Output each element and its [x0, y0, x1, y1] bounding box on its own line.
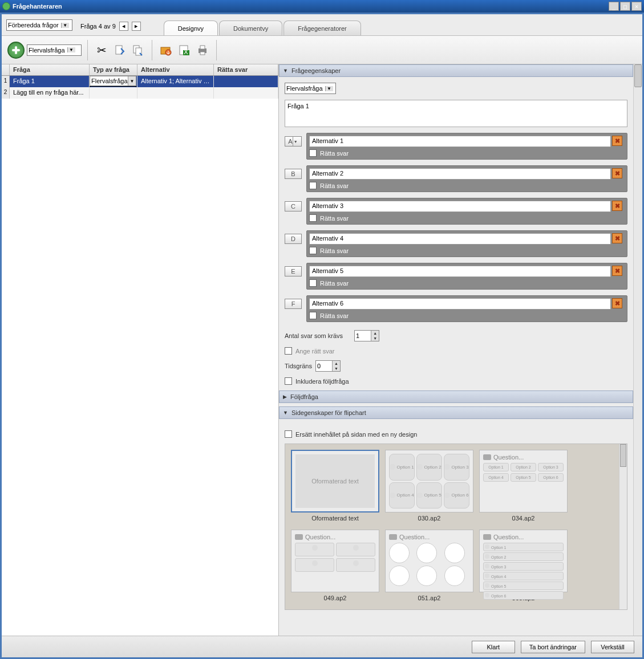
template-scrollbar[interactable]: [619, 444, 627, 609]
correct-answer-label: Rätta svar: [320, 150, 349, 157]
template-item[interactable]: Question...049.ap2: [291, 530, 379, 604]
paste-icon[interactable]: [112, 42, 128, 58]
delete-alt-icon[interactable]: ✖: [612, 233, 622, 243]
template-gallery: Oformaterad textOformaterad textOption 1…: [285, 444, 627, 610]
grid-header-typ[interactable]: Typ av fråga: [90, 64, 137, 75]
alt-label[interactable]: F: [285, 299, 302, 309]
delete-alt-icon[interactable]: ✖: [612, 298, 622, 308]
correct-answer-checkbox[interactable]: [309, 182, 317, 189]
spin-up[interactable]: ▲: [332, 361, 340, 366]
pager-label: Fråga 4 av 9: [80, 23, 116, 30]
minimize-button[interactable]: _: [609, 2, 619, 11]
alt-text-input[interactable]: Alternativ 1: [309, 136, 611, 147]
prev-button[interactable]: ◄: [119, 22, 128, 31]
alt-label[interactable]: E: [285, 266, 302, 276]
cell-ratta: [214, 76, 278, 87]
ange-checkbox[interactable]: [285, 347, 292, 355]
grid-row-1[interactable]: 1 Fråga 1 Flervalsfråga ▼ Flervalsfråga …: [2, 76, 278, 87]
correct-answer-checkbox[interactable]: [309, 149, 317, 157]
expand-icon: ▼: [283, 410, 288, 416]
type-dropdown-list[interactable]: Flervalsfråga Ja/Nej Sortera i ordning L…: [90, 86, 136, 87]
inkludera-label: Inkludera följdfråga: [295, 378, 349, 385]
spin-down[interactable]: ▼: [371, 336, 379, 341]
question-type-dropdown[interactable]: Flervalsfråga ▼: [27, 44, 82, 56]
delete-alt-icon[interactable]: ✖: [612, 168, 622, 178]
delete-alt-icon[interactable]: ✖: [612, 266, 622, 276]
alt-body: Alternativ 5✖Rätta svar: [306, 263, 627, 290]
alt-label[interactable]: D: [285, 234, 302, 244]
template-item[interactable]: Question...Option 1Option 2Option 3Optio…: [479, 450, 568, 524]
alt-text-input[interactable]: Alternativ 3: [309, 201, 611, 212]
cut-icon[interactable]: ✂: [94, 42, 110, 58]
tab-dokumentvy[interactable]: Dokumentvy: [219, 21, 282, 35]
correct-answer-checkbox[interactable]: [309, 279, 317, 287]
print-icon[interactable]: [195, 42, 210, 58]
template-item[interactable]: Question...051.ap2: [385, 530, 473, 604]
maximize-button[interactable]: □: [620, 2, 630, 11]
spin-down[interactable]: ▼: [332, 366, 340, 371]
alt-body: Alternativ 6✖Rätta svar: [306, 295, 627, 322]
alternative-row: EAlternativ 5✖Rätta svar: [285, 263, 627, 290]
correct-answer-checkbox[interactable]: [309, 312, 317, 319]
apply-button[interactable]: Verkställ: [591, 641, 634, 653]
question-title-input[interactable]: Fråga 1: [285, 100, 627, 127]
timelimit-spinner[interactable]: ▲▼: [315, 360, 341, 372]
done-button[interactable]: Klart: [472, 641, 515, 653]
discard-button[interactable]: Ta bort ändringar: [521, 641, 585, 653]
close-button[interactable]: ×: [631, 2, 642, 11]
delete-alt-icon[interactable]: ✖: [612, 201, 622, 211]
required-answers-input[interactable]: [355, 331, 371, 341]
correct-answer-checkbox[interactable]: [309, 247, 317, 254]
cell-typ[interactable]: Flervalsfråga ▼ Flervalsfråga Ja/Nej Sor…: [90, 76, 137, 87]
correct-answer-label: Rätta svar: [320, 215, 349, 222]
template-name: 051.ap2: [385, 592, 473, 604]
svg-text:X: X: [184, 48, 188, 55]
alt-text-input[interactable]: Alternativ 5: [309, 266, 611, 277]
add-question-button[interactable]: [7, 42, 25, 59]
export-excel-icon[interactable]: X: [176, 42, 192, 58]
panel-followup[interactable]: ▶ Följdfråga: [279, 390, 633, 403]
alt-label[interactable]: A▼: [285, 136, 302, 147]
source-dropdown[interactable]: Förberedda frågor ▼: [6, 19, 72, 31]
required-answers-spinner[interactable]: ▲▼: [354, 330, 379, 341]
delete-alt-icon[interactable]: ✖: [612, 136, 622, 146]
correct-answer-label: Rätta svar: [320, 280, 349, 287]
copy-icon[interactable]: [130, 42, 146, 58]
ange-label: Ange rätt svar: [295, 348, 334, 355]
template-item[interactable]: Option 1Option 2Option 3Option 4Option 5…: [385, 450, 473, 524]
template-thumb: Question...: [385, 530, 473, 592]
type-option[interactable]: Flervalsfråga: [90, 87, 136, 87]
alt-label[interactable]: C: [285, 201, 302, 211]
template-item[interactable]: Oformaterad textOformaterad text: [291, 450, 379, 524]
alt-label[interactable]: B: [285, 169, 302, 179]
props-type-dropdown[interactable]: Flervalsfråga ▼: [285, 83, 336, 94]
ersatt-label: Ersätt innehållet på sidan med en ny des…: [295, 431, 417, 438]
grid-row-2[interactable]: 2 Lägg till en ny fråga här...: [2, 87, 278, 99]
grid-header-alt[interactable]: Alternativ: [137, 64, 214, 75]
window-title: Frågehanteraren: [13, 3, 607, 10]
template-item[interactable]: Question...Option 1Option 2Option 3Optio…: [479, 530, 568, 604]
next-button[interactable]: ►: [132, 22, 141, 31]
cell-fraga-new[interactable]: Lägg till en ny fråga här...: [10, 87, 90, 99]
panel-question-properties[interactable]: ▼ Frågeegenskaper: [279, 64, 633, 77]
alt-text-input[interactable]: Alternativ 2: [309, 168, 611, 180]
right-pane-scrollbar[interactable]: [633, 64, 642, 636]
timelimit-input[interactable]: [316, 361, 332, 371]
correct-answer-checkbox[interactable]: [309, 214, 317, 222]
grid-header-ratta[interactable]: Rätta svar: [214, 64, 278, 75]
question-grid: Fråga Typ av fråga Alternativ Rätta svar…: [2, 64, 279, 636]
spin-up[interactable]: ▲: [371, 331, 379, 336]
panel-flipchart[interactable]: ▼ Sidegenskaper för flipchart: [279, 406, 633, 419]
import-icon[interactable]: [158, 42, 174, 58]
template-thumb: Question...Option 1Option 2Option 3Optio…: [479, 530, 568, 592]
ersatt-checkbox[interactable]: [285, 430, 292, 438]
alt-text-input[interactable]: Alternativ 4: [309, 233, 611, 245]
inkludera-checkbox[interactable]: [285, 377, 292, 385]
titlebar: Frågehanteraren _ □ ×: [0, 0, 644, 13]
panel-title: Frågeegenskaper: [291, 67, 341, 74]
grid-header-fraga[interactable]: Fråga: [10, 64, 90, 75]
tab-designvy[interactable]: Designvy: [164, 21, 218, 35]
alt-text-input[interactable]: Alternativ 6: [309, 298, 611, 310]
tab-fragegeneratorer[interactable]: Frågegeneratorer: [283, 21, 361, 35]
type-cell-combo[interactable]: Flervalsfråga ▼: [90, 76, 136, 86]
